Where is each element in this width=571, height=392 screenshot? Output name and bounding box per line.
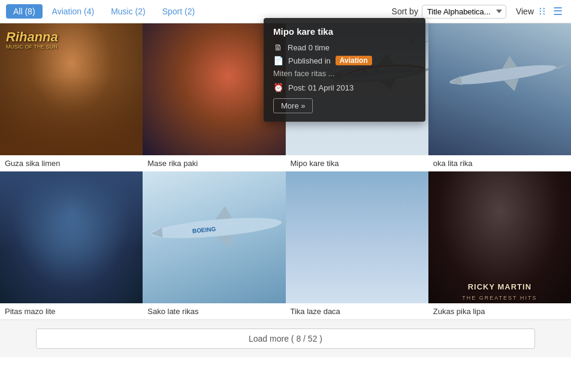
sort-label: Sort by [392,7,418,16]
item-title-2: Mase rika paki [143,155,285,171]
item-title-8: Zukas pika lipa [428,303,571,319]
sort-group: Sort by Title Alphabetica... Date Popula… [392,4,565,19]
tab-sport[interactable]: Sport (2) [155,4,202,19]
item-title-1: Guza sika limen [0,155,143,171]
popup-more-button[interactable]: More » [273,98,313,113]
svg-marker-14 [500,55,517,69]
item-title-3: Mipo kare tika [286,155,428,171]
popup-tag: Aviation [336,56,372,65]
grid-item-6[interactable]: BOEING Sako late rikas [143,171,285,319]
popup-read-row: 🗎 Read 0 time [273,43,416,52]
popup-title: Mipo kare tika [273,26,416,37]
svg-marker-15 [504,79,521,92]
item-title-6: Sako late rikas [143,303,285,319]
load-more-button[interactable]: Load more ( 8 / 52 ) [36,328,535,349]
popup-description: Miten face ritas ... [273,69,416,78]
view-label: View [516,7,534,16]
popup-date-row: ⏰ Post: 01 April 2013 [273,83,416,92]
tab-all[interactable]: All (8) [6,4,43,19]
item-popup: Mipo kare tika 🗎 Read 0 time 📄 Published… [264,18,425,122]
clock-icon: ⏰ [273,83,283,92]
grid-item-1[interactable]: Rihanna MUSIC OF THE SUN Guza sika limen [0,23,143,171]
svg-point-17 [150,214,283,242]
popup-read-count: Read 0 time [288,43,330,52]
grid-item-4[interactable]: oka lita rika [428,23,571,171]
svg-marker-20 [217,235,235,249]
grid-item-5[interactable]: Pitas mazo lite [0,171,143,319]
item-title-7: Tika laze daca [286,303,428,319]
sort-select[interactable]: Title Alphabetica... Date Popularity [422,5,506,19]
grid-item-7[interactable]: Tika laze daca [286,171,428,319]
item-title-4: oka lita rika [428,155,571,171]
svg-point-12 [449,61,557,88]
load-more-bar: Load more ( 8 / 52 ) [0,319,571,357]
tab-aviation[interactable]: Aviation (4) [45,4,102,19]
tab-music[interactable]: Music (2) [104,4,153,19]
read-icon: 🗎 [273,43,283,52]
grid-item-8[interactable]: RICKY MARTIN THE GREATEST HITS Zukas pik… [428,171,571,319]
svg-marker-19 [214,206,232,219]
list-view-button[interactable]: ☰ [551,4,565,19]
item-title-5: Pitas mazo lite [0,303,143,319]
published-icon: 📄 [273,56,283,65]
view-group: View ⁝⁝ ☰ [516,4,565,19]
popup-post-date: Post: 01 April 2013 [288,83,354,92]
popup-published-label: Published in [288,56,331,65]
popup-published-row: 📄 Published in Aviation [273,56,416,65]
svg-marker-13 [556,63,566,70]
grid-view-button[interactable]: ⁝⁝ [536,4,548,19]
